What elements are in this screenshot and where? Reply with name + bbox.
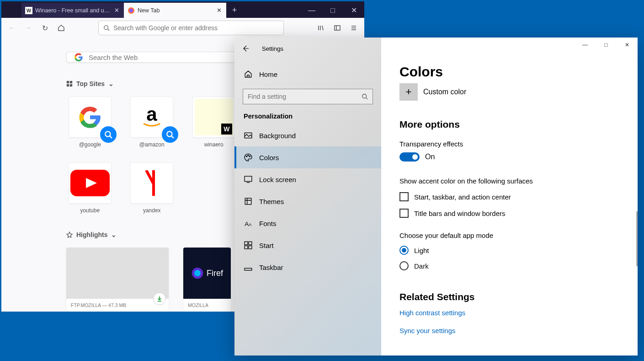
- checkbox-title-bars[interactable]: Title bars and window borders: [399, 209, 619, 218]
- close-icon[interactable]: ✕: [113, 7, 120, 14]
- firefox-nightly-icon: [191, 267, 204, 280]
- svg-text:a: a: [147, 103, 158, 125]
- search-icon: [362, 93, 368, 100]
- radio-dark[interactable]: Dark: [399, 261, 619, 270]
- browser-tab-winaero[interactable]: W Winaero - Free small and usefu ✕: [21, 3, 124, 18]
- home-button[interactable]: [54, 21, 68, 35]
- settings-window: Settings Home Personalization Background…: [234, 38, 638, 356]
- svg-line-17: [110, 136, 112, 138]
- radio-icon: [399, 261, 409, 270]
- url-input[interactable]: [113, 24, 279, 32]
- highlights-icon: [66, 232, 73, 238]
- svg-point-29: [249, 156, 250, 157]
- reload-button[interactable]: ↻: [38, 21, 52, 35]
- checkbox-icon: [399, 192, 409, 201]
- checkbox-icon: [399, 209, 409, 218]
- sidebar-item-background[interactable]: Background: [234, 124, 381, 146]
- picture-icon: [244, 131, 253, 140]
- settings-search-input[interactable]: [248, 93, 362, 100]
- svg-text:A: A: [245, 221, 249, 227]
- svg-line-6: [322, 26, 323, 30]
- home-icon: [244, 70, 253, 79]
- menu-button[interactable]: [347, 21, 361, 35]
- transparency-label: Transparency effects: [399, 140, 619, 148]
- accent-surfaces-label: Show accent color on the following surfa…: [399, 177, 619, 185]
- minimize-button[interactable]: —: [301, 3, 322, 18]
- site-tile-youtube[interactable]: youtube: [66, 162, 114, 214]
- lock-screen-icon: [244, 175, 253, 184]
- new-tab-button[interactable]: +: [226, 3, 243, 18]
- sidebar-item-themes[interactable]: Themes: [234, 190, 381, 212]
- close-icon[interactable]: ✕: [215, 7, 223, 14]
- link-sync[interactable]: Sync your settings: [399, 327, 619, 334]
- custom-color-label: Custom color: [423, 88, 466, 96]
- minimize-button[interactable]: —: [575, 38, 596, 52]
- svg-rect-39: [245, 268, 252, 270]
- svg-point-24: [362, 94, 367, 98]
- svg-point-27: [246, 156, 247, 157]
- svg-rect-14: [67, 84, 69, 86]
- sidebar-item-colors[interactable]: Colors: [234, 146, 381, 168]
- download-icon: [153, 292, 166, 305]
- sidebar-item-fonts[interactable]: AA Fonts: [234, 212, 381, 234]
- app-mode-label: Choose your default app mode: [399, 232, 619, 239]
- site-tile-amazon[interactable]: a @amazon: [128, 97, 176, 148]
- chevron-down-icon: ⌄: [108, 80, 114, 87]
- site-tile-google[interactable]: @google: [66, 97, 114, 148]
- palette-icon: [244, 153, 253, 162]
- link-high-contrast[interactable]: High contrast settings: [399, 309, 619, 317]
- browser-tab-newtab[interactable]: New Tab ✕: [124, 3, 226, 18]
- back-button[interactable]: [234, 41, 256, 56]
- svg-rect-35: [245, 242, 248, 245]
- svg-rect-7: [335, 26, 340, 30]
- maximize-button[interactable]: □: [322, 3, 343, 18]
- site-tile-yandex[interactable]: yandex: [128, 162, 176, 214]
- svg-point-1: [129, 9, 133, 12]
- svg-line-3: [108, 29, 110, 31]
- svg-rect-37: [245, 246, 248, 249]
- google-icon: [74, 53, 83, 62]
- svg-point-16: [105, 131, 110, 136]
- sidebar-item-start[interactable]: Start: [234, 234, 381, 256]
- settings-sidebar: Settings Home Personalization Background…: [234, 38, 381, 356]
- url-bar[interactable]: [98, 21, 284, 35]
- more-options-heading: More options: [399, 119, 619, 130]
- radio-icon: [399, 246, 409, 255]
- page-title: Colors: [399, 64, 619, 80]
- sidebar-item-taskbar[interactable]: Taskbar: [234, 256, 381, 278]
- close-button[interactable]: ✕: [343, 3, 364, 18]
- scrollbar[interactable]: [636, 211, 638, 266]
- close-button[interactable]: ✕: [617, 38, 638, 52]
- sidebar-item-lock-screen[interactable]: Lock screen: [234, 168, 381, 190]
- related-heading: Related Settings: [399, 291, 619, 302]
- fonts-icon: AA: [244, 219, 253, 228]
- tab-title: New Tab: [138, 7, 213, 14]
- custom-color-button[interactable]: +: [399, 83, 418, 101]
- forward-button[interactable]: →: [21, 21, 35, 35]
- toggle-state: On: [425, 153, 435, 161]
- sidebar-button[interactable]: [330, 21, 344, 35]
- favicon-icon: W: [25, 7, 32, 14]
- highlight-card[interactable]: FTP.MOZILLA — 47.3 MB: [66, 248, 169, 312]
- chevron-down-icon: ⌄: [111, 231, 117, 238]
- tab-bar: W Winaero - Free small and usefu ✕ New T…: [1, 1, 364, 18]
- checkbox-start-taskbar[interactable]: Start, taskbar, and action center: [399, 192, 619, 201]
- maximize-button[interactable]: □: [596, 38, 617, 52]
- radio-light[interactable]: Light: [399, 246, 619, 255]
- settings-main: — □ ✕ Colors + Custom color More options…: [381, 38, 638, 356]
- themes-icon: [244, 197, 253, 206]
- amazon-icon: a: [138, 103, 165, 131]
- transparency-toggle[interactable]: [399, 152, 420, 162]
- sidebar-item-home[interactable]: Home: [234, 65, 381, 83]
- library-button[interactable]: [314, 21, 328, 35]
- svg-point-28: [248, 155, 249, 156]
- back-button[interactable]: ←: [5, 21, 19, 35]
- settings-search[interactable]: [243, 89, 373, 104]
- youtube-icon: [70, 170, 110, 196]
- search-badge-icon: [162, 126, 178, 143]
- svg-text:A: A: [249, 222, 251, 227]
- site-tile-winaero[interactable]: W winaero: [190, 97, 238, 148]
- svg-point-23: [194, 270, 201, 276]
- toolbar: ← → ↻: [1, 18, 364, 38]
- highlight-card[interactable]: Firef MOZILLA: [183, 248, 231, 312]
